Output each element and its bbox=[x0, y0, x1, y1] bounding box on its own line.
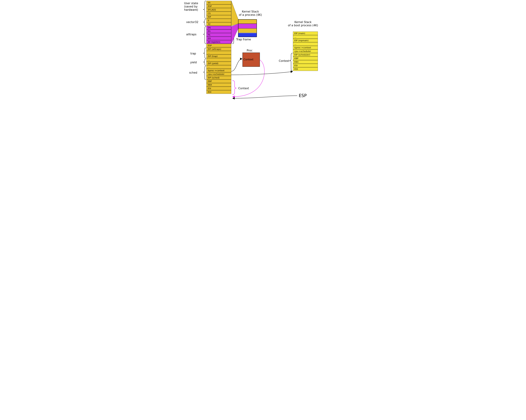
label-kstack-boot: Kernel Stack of a boot process (4K) bbox=[286, 20, 320, 27]
label-context-boot: Context bbox=[279, 59, 290, 63]
svg-rect-2 bbox=[238, 20, 257, 24]
svg-rect-4 bbox=[238, 29, 257, 33]
main-stack-row: ESP bbox=[206, 44, 231, 47]
main-stack-row: FS bbox=[206, 33, 231, 37]
boot-stack-row: ... bbox=[293, 42, 318, 46]
main-stack-row: ... bbox=[206, 65, 231, 69]
main-stack-row: ... bbox=[206, 58, 231, 62]
boot-stack-row: EBX bbox=[293, 60, 318, 64]
main-stack-row: EIP bbox=[206, 15, 231, 19]
boot-stack-row: ESI bbox=[293, 64, 318, 67]
main-stack-row: ... bbox=[206, 51, 231, 54]
label-trap-frame: Trap frame bbox=[236, 38, 251, 41]
main-stack-row: DS bbox=[206, 26, 231, 29]
label-sched: sched bbox=[189, 71, 197, 74]
boot-stack-row: EIP (mpmain) bbox=[293, 39, 318, 42]
main-stack-row: ES bbox=[206, 29, 231, 33]
main-stack-row: 0 bbox=[206, 19, 231, 22]
main-stack-row: EBP bbox=[206, 79, 231, 83]
main-stack-row: ESI bbox=[206, 87, 231, 90]
main-stack-row: SS bbox=[206, 1, 231, 4]
boot-stack-row: ... bbox=[293, 35, 318, 39]
main-stack-row: EIP (trap) bbox=[206, 54, 231, 58]
main-stack-row: EIP (sched) bbox=[206, 76, 231, 79]
main-stack-row: EFLAGS bbox=[206, 8, 231, 11]
label-context-main: Context bbox=[238, 87, 249, 90]
main-stack-row: EDI bbox=[206, 90, 231, 94]
svg-rect-7 bbox=[238, 20, 257, 37]
diagram-canvas: User state (saved by hardware) vector32 … bbox=[184, 0, 342, 111]
main-stack-row: ESP bbox=[206, 4, 231, 8]
label-trap: trap bbox=[190, 52, 196, 55]
main-stack-row: EIP (yield) bbox=[206, 62, 231, 65]
label-yield: yield bbox=[190, 61, 197, 64]
proc-box: Context bbox=[243, 53, 260, 67]
main-stack-row: All registers bbox=[206, 40, 231, 44]
boot-stack-row: &proc->context bbox=[293, 46, 318, 49]
label-proc: Proc bbox=[247, 49, 253, 52]
main-stack-row: GS bbox=[206, 37, 231, 40]
main-stack-row: cpu->scheduler bbox=[206, 72, 231, 76]
main-stack-row: 32 bbox=[206, 22, 231, 26]
boot-stack-row: EIP (main) bbox=[293, 31, 318, 35]
label-kstack-process: Kernel Stack of a process (4K) bbox=[237, 10, 263, 17]
svg-rect-5 bbox=[238, 33, 257, 37]
label-user-state: User state (saved by hardware) bbox=[184, 2, 198, 11]
boot-stack-row: EDI bbox=[293, 67, 318, 71]
main-stack-row: &proc->context bbox=[206, 69, 231, 72]
svg-rect-3 bbox=[238, 24, 257, 29]
main-stack-row: EIP (alltraps) bbox=[206, 47, 231, 51]
boot-stack-row: cpu->scheduler bbox=[293, 49, 318, 53]
main-stack-row: CS bbox=[206, 11, 231, 15]
boot-stack-row: EBP bbox=[293, 57, 318, 60]
label-alltraps: alltraps bbox=[186, 33, 196, 36]
label-vector32: vector32 bbox=[186, 20, 198, 24]
label-esp: ESP bbox=[299, 93, 307, 98]
main-stack-row: EBX bbox=[206, 83, 231, 87]
boot-stack-row: EIP (scheduler) bbox=[293, 53, 318, 57]
proc-context-label: Context bbox=[243, 58, 253, 61]
